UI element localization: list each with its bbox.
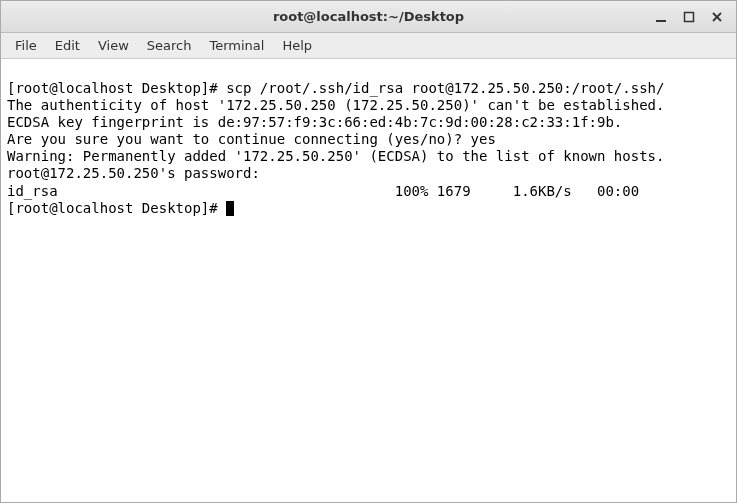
svg-rect-1 <box>685 12 694 21</box>
terminal-line: [root@localhost Desktop]# scp /root/.ssh… <box>7 80 664 96</box>
window-title: root@localhost:~/Desktop <box>1 9 736 24</box>
titlebar: root@localhost:~/Desktop <box>1 1 736 33</box>
window-controls <box>654 10 728 24</box>
menu-help[interactable]: Help <box>274 35 320 56</box>
terminal-line: ECDSA key fingerprint is de:97:57:f9:3c:… <box>7 114 622 130</box>
terminal-prompt-line: [root@localhost Desktop]# <box>7 200 234 216</box>
close-button[interactable] <box>710 10 724 24</box>
menu-edit[interactable]: Edit <box>47 35 88 56</box>
terminal-line: Warning: Permanently added '172.25.50.25… <box>7 148 664 164</box>
svg-rect-0 <box>656 20 666 22</box>
menu-terminal[interactable]: Terminal <box>201 35 272 56</box>
cursor-icon <box>226 201 234 216</box>
menubar: File Edit View Search Terminal Help <box>1 33 736 59</box>
maximize-button[interactable] <box>682 10 696 24</box>
menu-view[interactable]: View <box>90 35 137 56</box>
terminal-line: Are you sure you want to continue connec… <box>7 131 496 147</box>
minimize-button[interactable] <box>654 10 668 24</box>
menu-search[interactable]: Search <box>139 35 200 56</box>
terminal-prompt: [root@localhost Desktop]# <box>7 200 226 216</box>
terminal-area[interactable]: [root@localhost Desktop]# scp /root/.ssh… <box>1 59 736 502</box>
menu-file[interactable]: File <box>7 35 45 56</box>
terminal-line: The authenticity of host '172.25.50.250 … <box>7 97 664 113</box>
terminal-line: root@172.25.50.250's password: <box>7 165 268 181</box>
terminal-line: id_rsa 100% 1679 1.6KB/s 00:00 <box>7 183 673 199</box>
